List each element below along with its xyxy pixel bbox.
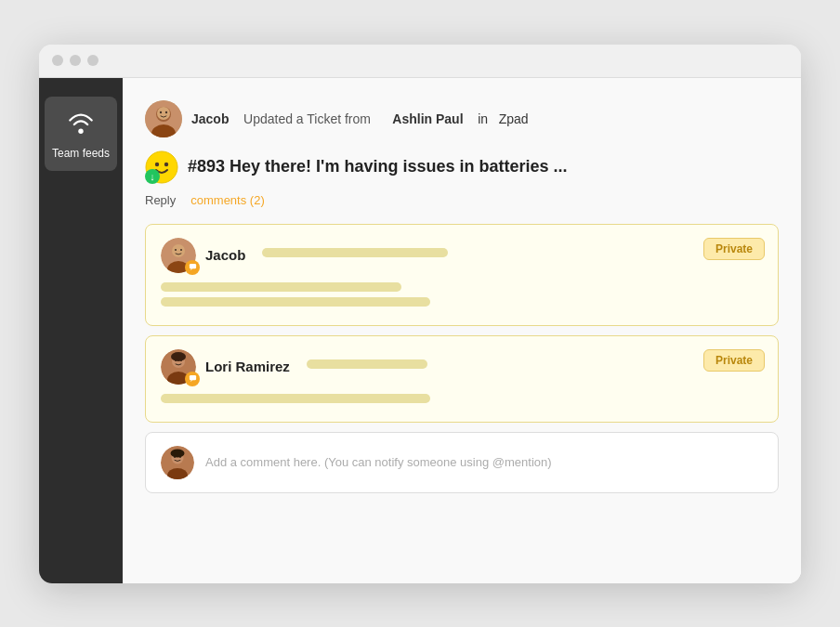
comment-header-jacob: Jacob: [161, 238, 763, 273]
team-feeds-icon: [64, 108, 98, 141]
add-comment-box[interactable]: Add a comment here. (You can notify some…: [145, 432, 779, 493]
browser-body: Team feeds J: [39, 78, 801, 583]
skeleton-line-2: [161, 297, 430, 307]
comment-header-lori: Lori Ramirez: [161, 349, 763, 385]
feed-app: Zpad: [499, 111, 529, 126]
svg-rect-17: [189, 264, 195, 268]
comments-button[interactable]: comments (2): [190, 193, 264, 207]
reply-button[interactable]: Reply: [145, 193, 176, 207]
svg-point-0: [78, 128, 83, 133]
traffic-light-maximize[interactable]: [87, 55, 98, 66]
traffic-light-close[interactable]: [52, 55, 63, 66]
feed-actions: Reply comments (2): [145, 193, 779, 207]
sidebar-item-team-feeds[interactable]: Team feeds: [45, 97, 117, 171]
svg-point-6: [165, 111, 167, 112]
ticket-title-row: ↓ #893 Hey there! I'm having issues in b…: [145, 150, 779, 184]
comment-avatar-lori: [161, 349, 196, 385]
svg-point-23: [171, 352, 186, 361]
chat-badge-lori: [185, 372, 200, 386]
skeleton-line-lori-1: [161, 394, 430, 403]
svg-point-13: [172, 244, 185, 257]
feed-header: Jacob Updated a Ticket from Ashlin Paul …: [145, 100, 779, 137]
skeleton-line-1: [161, 282, 401, 292]
feed-header-text: Jacob Updated a Ticket from Ashlin Paul …: [191, 111, 529, 126]
skeleton-lori-name: [307, 359, 427, 369]
private-badge-lori: Private: [703, 349, 765, 372]
svg-point-30: [171, 449, 185, 457]
sidebar: Team feeds: [39, 78, 123, 583]
add-comment-avatar: [161, 446, 194, 479]
comment-card-jacob: Jacob Private: [145, 224, 779, 326]
browser-titlebar: [39, 45, 801, 78]
feed-action: Updated a Ticket from: [243, 111, 371, 126]
ticket-title: #893 Hey there! I'm having issues in bat…: [188, 157, 567, 176]
comment-card-lori: Lori Ramirez Private: [145, 335, 779, 423]
comment-body-lori: [161, 394, 763, 403]
svg-point-14: [175, 248, 177, 250]
browser-window: Team feeds J: [39, 45, 801, 583]
feed-person: Ashlin Paul: [392, 111, 463, 126]
comment-body-jacob: [161, 282, 763, 307]
avatar-jacob-header: [145, 100, 182, 137]
feed-location-prep: in: [478, 111, 488, 126]
comment-avatar-jacob: [161, 238, 196, 273]
comment-name-lori: Lori Ramirez: [205, 359, 290, 374]
skeleton-jacob-name: [262, 248, 448, 257]
svg-point-8: [155, 162, 159, 165]
svg-rect-24: [189, 375, 195, 380]
private-badge-jacob: Private: [703, 238, 765, 260]
ticket-emoji-icon: ↓: [145, 150, 178, 184]
sidebar-label-team-feeds: Team feeds: [52, 147, 110, 160]
feed-author: Jacob: [191, 111, 229, 126]
traffic-light-minimize[interactable]: [70, 55, 81, 66]
svg-point-4: [157, 107, 170, 120]
svg-text:↓: ↓: [150, 171, 155, 182]
svg-point-9: [164, 162, 168, 165]
svg-point-5: [160, 111, 162, 112]
main-content: Jacob Updated a Ticket from Ashlin Paul …: [123, 78, 801, 583]
comment-name-jacob: Jacob: [205, 247, 245, 263]
svg-point-15: [180, 248, 182, 250]
add-comment-placeholder[interactable]: Add a comment here. (You can notify some…: [205, 455, 552, 469]
chat-badge-jacob: [185, 260, 200, 275]
